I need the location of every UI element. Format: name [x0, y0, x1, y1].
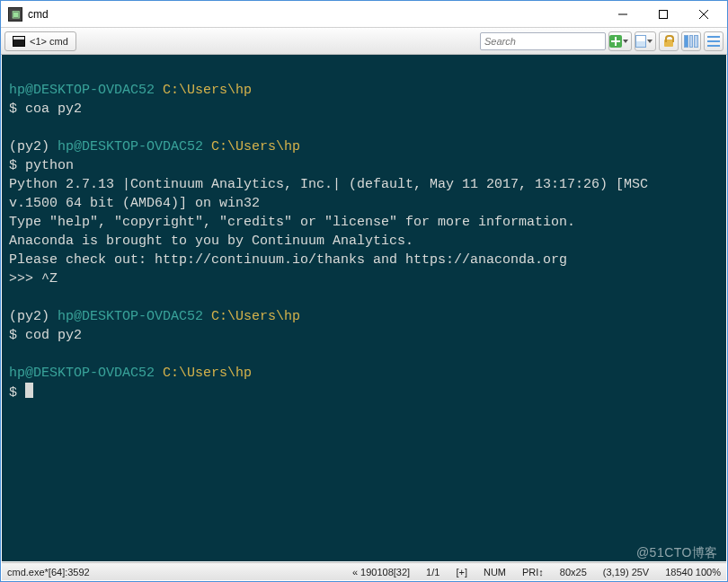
command-line: $ coa py2: [9, 100, 719, 119]
status-right: 18540 100%: [665, 567, 721, 578]
output-line: Please check out: http://continuum.io/th…: [9, 251, 719, 269]
lock-button[interactable]: [659, 31, 679, 51]
command-line: $ cod py2: [9, 326, 719, 345]
search-input[interactable]: [484, 36, 609, 47]
command-line: $ python: [9, 156, 719, 175]
status-history: « 190108[32]: [352, 567, 410, 578]
window-controls: [602, 2, 724, 27]
status-pri: PRI↕: [522, 567, 544, 578]
svg-rect-1: [659, 10, 667, 18]
hamburger-icon: [707, 36, 720, 47]
document-button[interactable]: [635, 31, 656, 51]
tab-label: <1> cmd: [30, 36, 68, 47]
terminal-icon: [13, 36, 25, 47]
lock-icon: [664, 40, 673, 47]
search-box[interactable]: [480, 32, 606, 50]
layout-button[interactable]: [681, 31, 701, 51]
menu-button[interactable]: [704, 31, 724, 51]
output-line: Anaconda is brought to you by Continuum …: [9, 232, 719, 251]
command-line: $: [9, 383, 719, 402]
new-tab-button[interactable]: [608, 31, 632, 51]
status-size: 80x25: [560, 567, 587, 578]
output-line: v.1500 64 bit (AMD64)] on win32: [9, 194, 719, 213]
statusbar: cmd.exe*[64]:3592 « 190108[32] 1/1 [+] N…: [2, 562, 726, 580]
tab-cmd[interactable]: <1> cmd: [4, 31, 76, 51]
prompt-line: (py2) hp@DESKTOP-OVDAC52 C:\Users\hp: [9, 137, 719, 156]
output-line: >>> ^Z: [9, 269, 719, 288]
status-cursor: (3,19) 25V: [603, 567, 649, 578]
columns-icon: [684, 35, 698, 48]
prompt-line: hp@DESKTOP-OVDAC52 C:\Users\hp: [9, 364, 719, 383]
status-plus: [+]: [456, 567, 467, 578]
window-title: cmd: [28, 8, 602, 21]
minimize-button[interactable]: [602, 2, 643, 27]
prompt-line: (py2) hp@DESKTOP-OVDAC52 C:\Users\hp: [9, 307, 719, 326]
output-line: Type "help", "copyright", "credits" or "…: [9, 213, 719, 232]
status-position: 1/1: [426, 567, 439, 578]
prompt-line: hp@DESKTOP-OVDAC52 C:\Users\hp: [9, 81, 719, 100]
status-process: cmd.exe*[64]:3592: [7, 567, 90, 578]
document-icon: [635, 35, 646, 48]
close-button[interactable]: [683, 2, 724, 27]
status-num: NUM: [484, 567, 506, 578]
plus-icon: [609, 35, 622, 48]
toolbar: <1> cmd: [1, 28, 727, 55]
output-line: Python 2.7.13 |Continuum Analytics, Inc.…: [9, 175, 719, 194]
app-icon: ▣: [8, 7, 22, 22]
window-titlebar: ▣ cmd: [1, 1, 727, 28]
terminal-area[interactable]: hp@DESKTOP-OVDAC52 C:\Users\hp$ coa py2(…: [2, 55, 726, 561]
maximize-button[interactable]: [643, 2, 683, 27]
